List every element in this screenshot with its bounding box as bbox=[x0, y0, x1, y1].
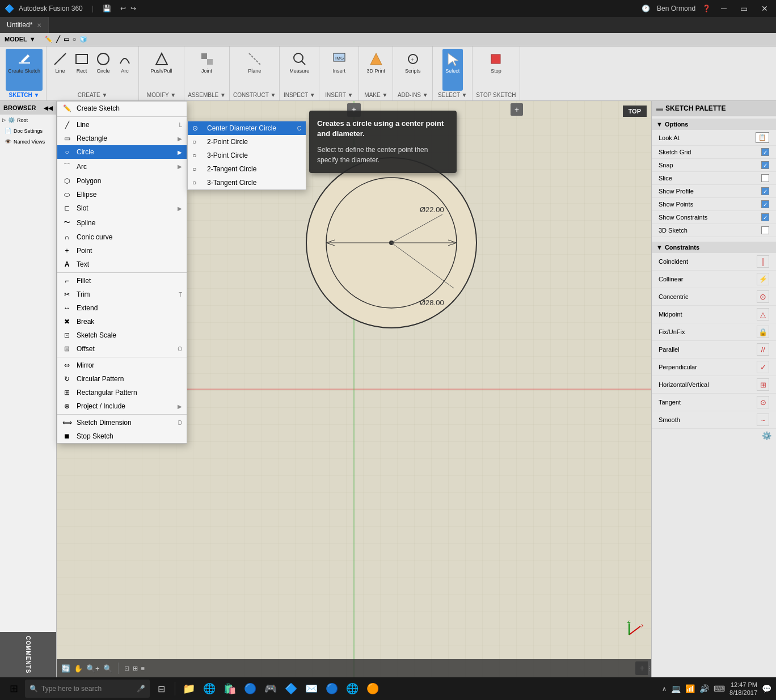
circle-tool-btn[interactable]: Circle bbox=[93, 49, 113, 91]
help-icon[interactable]: ❓ bbox=[702, 5, 711, 12]
select-btn[interactable]: Select bbox=[442, 49, 463, 91]
look-at-icon[interactable]: 📋 bbox=[756, 132, 769, 143]
menu-item-slot[interactable]: ⊏ Slot ▶ bbox=[57, 201, 187, 215]
show-profile-checkbox[interactable] bbox=[761, 187, 769, 195]
canvas-tool-pan[interactable]: ✋ bbox=[74, 664, 83, 673]
sketch-expand-btn[interactable]: + bbox=[511, 103, 523, 116]
inspect-btn[interactable]: Measure bbox=[287, 49, 311, 91]
submenu-item-2tangent[interactable]: ○ 2-Tangent Circle bbox=[188, 162, 306, 176]
show-points-checkbox[interactable] bbox=[761, 200, 769, 208]
submenu-item-3point[interactable]: ○ 3-Point Circle bbox=[188, 149, 306, 162]
chrome-btn[interactable]: 🔵 bbox=[241, 680, 259, 698]
taskbar-network-icon[interactable]: 💻 bbox=[671, 684, 681, 693]
fix-unfix-icon[interactable]: 🔒 bbox=[757, 326, 769, 338]
coincident-icon[interactable]: | bbox=[757, 255, 769, 268]
browser-item-root[interactable]: ▷ ⚙️ Root bbox=[0, 115, 56, 125]
taskbar-audio-icon[interactable]: 🔊 bbox=[699, 684, 709, 693]
assemble-btn[interactable]: Joint bbox=[197, 49, 217, 91]
construct-btn[interactable]: Plane bbox=[244, 49, 265, 91]
canvas-tool-display[interactable]: ⊡ bbox=[124, 665, 129, 672]
assemble-group-label[interactable]: ASSEMBLE ▼ bbox=[188, 92, 226, 98]
store-btn[interactable]: 🛍️ bbox=[221, 680, 239, 698]
collinear-icon[interactable]: ⚡ bbox=[757, 273, 769, 285]
tangent-icon[interactable]: ⊙ bbox=[757, 396, 769, 408]
settings-gear-icon[interactable]: ⚙️ bbox=[762, 431, 771, 440]
top-view-indicator[interactable]: TOP bbox=[623, 106, 647, 117]
menu-item-circular-pattern[interactable]: ↻ Circular Pattern bbox=[57, 372, 187, 386]
canvas-tool-zoom-in[interactable]: 🔍+ bbox=[86, 664, 100, 673]
undo-btn[interactable]: ↩ bbox=[120, 5, 126, 12]
perpendicular-icon[interactable]: ✓ bbox=[757, 361, 769, 373]
canvas-tool-grid2[interactable]: ⊞ bbox=[133, 665, 138, 672]
submenu-item-2point[interactable]: ○ 2-Point Circle bbox=[188, 135, 306, 149]
stop-sketch-group-label[interactable]: STOP SKETCH bbox=[476, 92, 516, 98]
menu-item-text[interactable]: A Text bbox=[57, 258, 187, 271]
circle-tb-icon[interactable]: ○ bbox=[73, 36, 77, 43]
model-label[interactable]: MODEL bbox=[5, 36, 27, 43]
canvas-tool-orbit[interactable]: 🔄 bbox=[61, 664, 70, 673]
history-icon[interactable]: 🕐 bbox=[642, 5, 650, 12]
app10-btn[interactable]: 🟠 bbox=[364, 680, 382, 698]
modify-btn[interactable]: Push/Pull bbox=[149, 49, 175, 91]
make-btn[interactable]: 3D Print bbox=[365, 49, 388, 91]
menu-item-create-sketch[interactable]: ✏️ Create Sketch bbox=[57, 102, 187, 115]
sketch-btn[interactable]: Create Sketch bbox=[6, 49, 43, 91]
rect-tb-icon[interactable]: ▭ bbox=[64, 36, 69, 43]
menu-item-trim[interactable]: ✂ Trim T bbox=[57, 288, 187, 301]
stop-sketch-btn[interactable]: Stop bbox=[486, 49, 506, 91]
menu-item-offset[interactable]: ⊟ Offset O bbox=[57, 342, 187, 356]
menu-item-fillet[interactable]: ⌐ Fillet bbox=[57, 274, 187, 288]
3d-sketch-checkbox[interactable] bbox=[761, 226, 769, 234]
construct-group-label[interactable]: CONSTRUCT ▼ bbox=[233, 92, 276, 98]
comments-tab[interactable]: COMMENTS bbox=[0, 632, 56, 677]
taskbar-keyboard-icon[interactable]: ⌨ bbox=[714, 684, 725, 693]
browser-item-doc[interactable]: 📄 Doc Settings bbox=[0, 125, 56, 136]
make-group-label[interactable]: MAKE ▼ bbox=[364, 92, 387, 98]
taskbar-notifications-icon[interactable]: 💬 bbox=[762, 684, 771, 693]
insert-group-label[interactable]: INSERT ▼ bbox=[325, 92, 353, 98]
canvas-resize-handle[interactable]: ⋮ bbox=[648, 659, 651, 677]
addins-btn[interactable]: + Scripts bbox=[403, 49, 423, 91]
quick-save[interactable]: 💾 bbox=[103, 5, 111, 12]
tab-close-icon[interactable]: ✕ bbox=[37, 22, 41, 28]
menu-item-arc[interactable]: ⌒ Arc ▶ bbox=[57, 159, 187, 174]
menu-item-stop-sketch[interactable]: ⏹ Stop Sketch bbox=[57, 429, 187, 443]
explorer-btn[interactable]: 📁 bbox=[180, 680, 198, 698]
arc-tool-btn[interactable]: Arc bbox=[115, 49, 135, 91]
menu-item-extend[interactable]: ↔ Extend bbox=[57, 301, 187, 315]
select-group-label[interactable]: SELECT ▼ bbox=[438, 92, 467, 98]
sketch-group-label[interactable]: SKETCH ▼ bbox=[9, 92, 40, 98]
tab-untitled[interactable]: Untitled* ✕ bbox=[0, 17, 49, 33]
inspect-group-label[interactable]: INSPECT ▼ bbox=[284, 92, 315, 98]
menu-item-sketch-scale[interactable]: ⊡ Sketch Scale bbox=[57, 328, 187, 342]
show-constraints-checkbox[interactable] bbox=[761, 213, 769, 221]
line-tb-icon[interactable]: ╱ bbox=[56, 36, 60, 43]
search-box[interactable]: 🔍 Type here to search 🎤 bbox=[25, 680, 150, 698]
app9-btn[interactable]: 🌐 bbox=[343, 680, 361, 698]
smooth-icon[interactable]: ~ bbox=[757, 414, 769, 426]
sketch-grid-checkbox[interactable] bbox=[761, 148, 769, 156]
taskbar-clock[interactable]: 12:47 PM 8/18/2017 bbox=[729, 681, 757, 697]
mail-btn[interactable]: ✉️ bbox=[302, 680, 320, 698]
steam-btn[interactable]: 🎮 bbox=[262, 680, 280, 698]
insert-btn[interactable]: IMG Insert bbox=[329, 49, 349, 91]
browser-header[interactable]: BROWSER ◀◀ bbox=[0, 101, 56, 115]
midpoint-icon[interactable]: △ bbox=[757, 308, 769, 321]
menu-item-conic-curve[interactable]: ∩ Conic curve bbox=[57, 230, 187, 244]
taskbar-chevron[interactable]: ∧ bbox=[662, 685, 667, 693]
concentric-icon[interactable]: ⊙ bbox=[757, 290, 769, 303]
menu-item-polygon[interactable]: ⬡ Polygon bbox=[57, 174, 187, 188]
options-section-title[interactable]: ▼ Options bbox=[652, 119, 776, 130]
submenu-item-3tangent[interactable]: ○ 3-Tangent Circle bbox=[188, 176, 306, 189]
close-btn[interactable]: ✕ bbox=[758, 4, 771, 13]
snap-checkbox[interactable] bbox=[761, 161, 769, 169]
menu-item-mirror[interactable]: ⇔ Mirror bbox=[57, 359, 187, 372]
menu-item-rectangular-pattern[interactable]: ⊞ Rectangular Pattern bbox=[57, 386, 187, 399]
edge-btn[interactable]: 🌐 bbox=[200, 680, 218, 698]
submenu-item-center-diameter[interactable]: ⊙ Center Diameter Circle C bbox=[188, 121, 306, 135]
app8-btn[interactable]: 🔵 bbox=[323, 680, 341, 698]
3d-tb-icon[interactable]: 🧊 bbox=[79, 36, 87, 43]
slice-checkbox[interactable] bbox=[761, 174, 769, 182]
line-tool-btn[interactable]: Line bbox=[50, 49, 70, 91]
modify-group-label[interactable]: MODIFY ▼ bbox=[147, 92, 176, 98]
